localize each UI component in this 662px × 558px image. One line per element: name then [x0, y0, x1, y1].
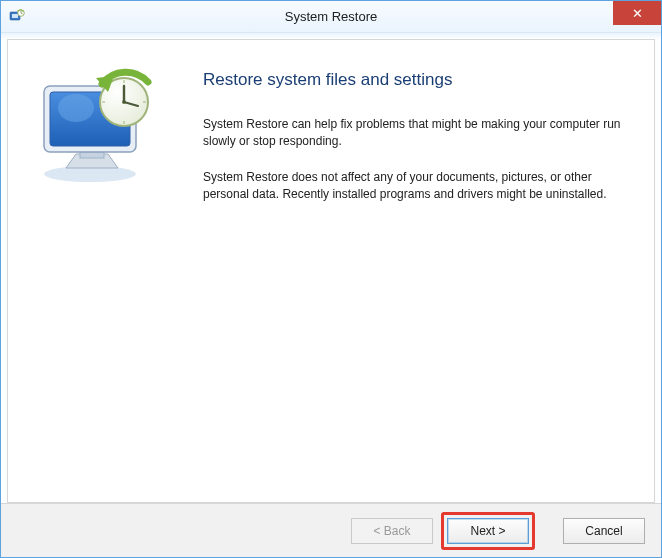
- wizard-footer: < Back Next > Cancel: [1, 503, 661, 557]
- content-panel: Restore system files and settings System…: [7, 39, 655, 503]
- intro-paragraph-1: System Restore can help fix problems tha…: [203, 116, 623, 151]
- cancel-button[interactable]: Cancel: [563, 518, 645, 544]
- body-area: Restore system files and settings System…: [1, 33, 661, 557]
- app-icon: [9, 9, 25, 25]
- next-button[interactable]: Next >: [447, 518, 529, 544]
- window-title: System Restore: [1, 9, 661, 24]
- page-heading: Restore system files and settings: [203, 70, 626, 90]
- close-button[interactable]: ✕: [613, 1, 661, 25]
- close-icon: ✕: [632, 6, 643, 21]
- left-pane: [8, 40, 193, 502]
- restore-hero-icon: [26, 68, 166, 188]
- intro-paragraph-2: System Restore does not affect any of yo…: [203, 169, 623, 204]
- back-button: < Back: [351, 518, 433, 544]
- system-restore-window: System Restore ✕: [0, 0, 662, 558]
- next-button-highlight: Next >: [441, 512, 535, 550]
- right-pane: Restore system files and settings System…: [193, 40, 654, 502]
- svg-point-8: [58, 94, 94, 122]
- titlebar: System Restore ✕: [1, 1, 661, 33]
- svg-rect-1: [12, 14, 18, 18]
